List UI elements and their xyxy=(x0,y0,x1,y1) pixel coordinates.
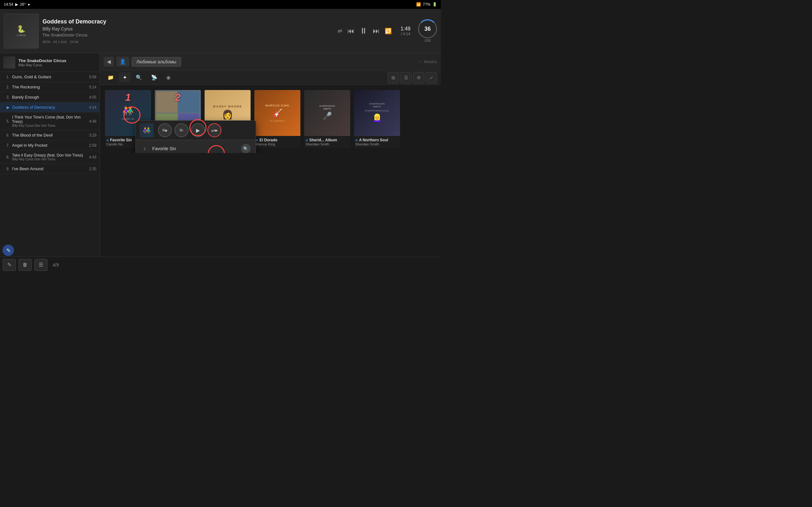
tab-search[interactable]: 🔍 xyxy=(132,72,146,82)
track-name: I've Been Around xyxy=(12,166,87,171)
tab-favorites[interactable]: ✦ xyxy=(119,72,131,82)
time-display: 14:54 xyxy=(4,2,13,7)
album-thumb: SHERIDAN SMITH A NORTHERN SOUL 👱‍♀️ xyxy=(354,90,400,136)
status-left: 14:54 ▶ 26° ● xyxy=(4,2,30,7)
status-right: 📶 77% 🔋 xyxy=(416,2,437,7)
track-item[interactable]: 2. The Reckoning 5:14 xyxy=(0,82,100,92)
next-button[interactable]: ⏭ xyxy=(373,27,380,35)
current-time: 1:49 xyxy=(401,26,410,32)
prev-button[interactable]: ⏮ xyxy=(347,27,354,35)
edit-floating-button[interactable]: ✎ xyxy=(3,245,14,256)
ctx-search-button[interactable]: 🔍 xyxy=(241,144,251,153)
ctx-play-list-button[interactable]: ≡▶ xyxy=(158,123,172,137)
ctx-item-album[interactable]: ♪ Favorite Sin 🔍 xyxy=(136,140,256,153)
album-name: Favorite Sin xyxy=(110,138,132,142)
breadcrumb: Любимые альбомы xyxy=(132,57,181,66)
user-button[interactable]: 👤 xyxy=(116,57,129,66)
mini-album-art xyxy=(3,56,15,68)
annotation-1: 1 xyxy=(125,92,131,103)
time-display-block: 1:49 / 4:14 xyxy=(401,26,410,36)
albums-grid: 👫 carolin no 1 ⊛ Favorite Sin Carolin No xyxy=(100,85,441,153)
bottom-toolbar: ✎ 🗑 ☰ 4/9 xyxy=(0,257,441,273)
temperature: 26° xyxy=(20,2,26,7)
ctx-queue-next-button[interactable]: ≡› xyxy=(174,123,189,137)
repeat-button[interactable]: 🔁 xyxy=(385,27,392,35)
dot-indicator: ● xyxy=(28,2,30,7)
ctx-action-buttons: ≡▶ ≡› ▶ ⇌▶ xyxy=(158,123,221,137)
track-item[interactable]: 7. Angel in My Pocket 2:59 xyxy=(0,140,100,151)
track-name: I Think Your Time's Come (feat. Don Von … xyxy=(12,115,87,124)
album-thumb: MARCUS KING 🎸 EL DORADO xyxy=(254,90,300,136)
media-icon: ▶ xyxy=(15,2,18,7)
album-card-marcus[interactable]: MARCUS KING 🎸 EL DORADO ⊛ El Dorado Marc… xyxy=(254,90,300,148)
back-button[interactable]: ◀ xyxy=(104,57,114,66)
list-view-button[interactable]: ☰ xyxy=(400,72,412,83)
player-bar: 🐍 CYRUS Goddess of Democracy Billy Ray C… xyxy=(0,9,441,53)
annotation-2: 2 xyxy=(175,92,181,103)
track-album: The SnakeDoctor Circus xyxy=(43,33,334,38)
tab-radio[interactable]: 📡 xyxy=(147,72,161,82)
volume-circle[interactable]: 36 xyxy=(418,19,437,38)
tab-spotify[interactable]: ◉ xyxy=(162,72,174,82)
aa-icon: ⊛ xyxy=(256,138,258,142)
expand-button[interactable]: ⤢ xyxy=(426,72,437,83)
battery-level: 77% xyxy=(423,2,430,7)
album-info: ⊛ Sherid... Album Sheridan Smith xyxy=(304,136,350,148)
track-name: Angel in My Pocket xyxy=(12,143,87,148)
album-artist: Sheridan Smith xyxy=(355,142,399,146)
ctx-shuffle-play-button[interactable]: ⇌▶ xyxy=(207,123,221,137)
status-bar: 14:54 ▶ 26° ● 📶 77% 🔋 xyxy=(0,0,441,9)
track-count: 4/9 xyxy=(53,262,59,268)
search-label: ⁘ Искать xyxy=(419,59,438,64)
track-item[interactable]: 5. I Think Your Time's Come (feat. Don V… xyxy=(0,112,100,130)
album-art: 🐍 CYRUS xyxy=(4,14,39,49)
track-item[interactable]: 3. Barely Enough 4:55 xyxy=(0,92,100,102)
track-item-playing[interactable]: ▶ Goddess of Democracy 4:14 xyxy=(0,102,100,112)
pause-button[interactable]: ⏸ xyxy=(359,26,368,36)
edit-button[interactable]: ✎ xyxy=(3,259,16,271)
wifi-icon: 📶 xyxy=(416,2,421,7)
battery-icon: 🔋 xyxy=(432,2,437,7)
settings-button[interactable]: ⚙ xyxy=(413,72,424,83)
right-panel: ◀ 👤 Любимые альбомы ⁘ Искать 📁 ✦ 🔍 📡 ◉ ⊞… xyxy=(100,53,441,257)
album-name: Sherid... Album xyxy=(309,138,337,142)
toolbar: ◀ 👤 Любимые альбомы ⁘ Искать xyxy=(100,53,441,70)
current-album-artist: Billy Ray Cyrus xyxy=(18,63,66,67)
ctx-album-thumb: 👫 xyxy=(140,123,154,137)
album-info: ⊛ A Northern Soul Sheridan Smith xyxy=(354,136,400,148)
track-name: Guns, Gold & Guitars xyxy=(12,74,87,79)
track-meta: MOA 44.1 kHz 24 bit xyxy=(43,40,334,44)
list-button[interactable]: ☰ xyxy=(34,259,48,271)
album-card-sheridan2[interactable]: SHERIDAN SMITH A NORTHERN SOUL 👱‍♀️ ⊛ A … xyxy=(354,90,400,148)
ctx-play-now-button[interactable]: ▶ xyxy=(191,123,205,137)
album-card-sheridan[interactable]: SHERIDAN SMITH 🎤 ⊛ Sherid... Album Sheri… xyxy=(304,90,350,148)
track-item[interactable]: 9. I've Been Around 2:35 xyxy=(0,164,100,174)
context-menu-header: 👫 ≡▶ ≡› ▶ ⇌▶ xyxy=(136,121,256,140)
track-artist: Billy Ray Cyrus xyxy=(43,26,334,32)
album-info: ⊛ El Dorado Marcus King xyxy=(254,136,300,148)
view-tabs: 📁 ✦ 🔍 📡 ◉ ⊞ ☰ ⚙ ⤢ xyxy=(100,70,441,85)
aa-icon: ⊛ xyxy=(355,138,358,142)
album-artist: Marcus King xyxy=(256,142,299,146)
album-name: El Dorado xyxy=(259,138,277,142)
track-item[interactable]: 1. Guns, Gold & Guitars 5:08 xyxy=(0,72,100,82)
track-item[interactable]: 6. The Blood of the Devil 3:29 xyxy=(0,130,100,140)
track-name: The Reckoning xyxy=(12,84,87,89)
track-title: Goddess of Democracy xyxy=(43,18,334,25)
grid-view-button[interactable]: ⊞ xyxy=(388,72,399,83)
track-item[interactable]: 8. Take it Easy Greazy (feat. Don Von Tr… xyxy=(0,151,100,164)
track-name: Take it Easy Greazy (feat. Don Von Tress… xyxy=(12,153,87,158)
search-dots-icon: ⁘ xyxy=(419,59,422,64)
delete-button[interactable]: 🗑 xyxy=(18,259,32,271)
shuffle-button[interactable]: ⇌ xyxy=(338,27,342,35)
track-info: Goddess of Democracy Billy Ray Cyrus The… xyxy=(43,18,334,44)
player-controls: ⇌ ⏮ ⏸ ⏭ 🔁 xyxy=(338,26,392,36)
aa-icon: ⊛ xyxy=(106,138,109,142)
tab-folder[interactable]: 📁 xyxy=(104,72,118,82)
track-name: The Blood of the Devil xyxy=(12,133,87,137)
main-content: The SnakeDoctor Circus Billy Ray Cyrus 1… xyxy=(0,53,441,257)
current-album-title: The SnakeDoctor Circus xyxy=(18,58,66,63)
volume-control[interactable]: 36 /100 xyxy=(418,19,437,43)
ctx-album-name: Favorite Sin xyxy=(152,146,237,151)
album-name: A Northern Soul xyxy=(359,138,388,142)
